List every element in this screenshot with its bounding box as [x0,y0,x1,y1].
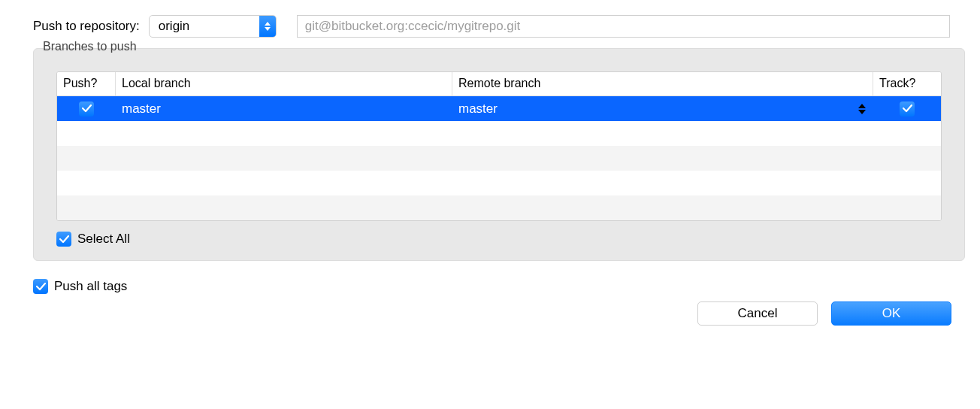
table-row-empty [57,121,941,146]
branch-table: Push? Local branch Remote branch Track? … [56,71,942,221]
branches-fieldset-body: Push? Local branch Remote branch Track? … [33,48,965,261]
push-all-tags-checkbox[interactable] [33,279,48,294]
push-dialog: Push to repository: origin Branches to p… [0,0,980,409]
remote-select-value: origin [149,15,277,38]
header-local[interactable]: Local branch [116,72,452,95]
track-cell [873,101,941,117]
ok-button[interactable]: OK [831,301,951,326]
remote-url-field[interactable] [297,15,950,38]
table-row-empty [57,146,941,171]
table-row[interactable]: master master [57,96,941,121]
check-icon [903,105,912,113]
push-all-tags-row: Push all tags [33,279,965,294]
track-checkbox[interactable] [900,101,915,117]
table-row-empty [57,195,941,220]
branches-fieldset-label: Branches to push [41,40,139,53]
stepper-icon [858,104,866,114]
check-icon [59,235,69,244]
remote-select[interactable]: origin [149,15,277,38]
header-push[interactable]: Push? [57,72,116,95]
select-all-label: Select All [77,232,130,247]
table-row-empty [57,171,941,195]
header-track[interactable]: Track? [873,72,941,95]
check-icon [36,283,46,291]
remote-branch-cell[interactable]: master [452,101,873,117]
select-stepper-icon [259,16,276,37]
local-branch-cell: master [116,101,452,117]
cancel-button[interactable]: Cancel [697,301,818,326]
repository-row: Push to repository: origin [0,0,980,38]
branches-fieldset: Branches to push Push? Local branch Remo… [33,48,965,261]
push-to-label: Push to repository: [33,19,140,34]
select-all-row: Select All [56,232,942,247]
button-row: Cancel OK [0,294,980,326]
select-all-checkbox[interactable] [56,232,71,247]
remote-branch-value: master [458,101,498,117]
push-all-tags-label: Push all tags [54,279,127,294]
push-cell [57,101,116,117]
push-checkbox[interactable] [79,101,94,117]
header-remote[interactable]: Remote branch [452,72,873,95]
check-icon [82,105,92,113]
branch-table-header: Push? Local branch Remote branch Track? [57,72,941,96]
